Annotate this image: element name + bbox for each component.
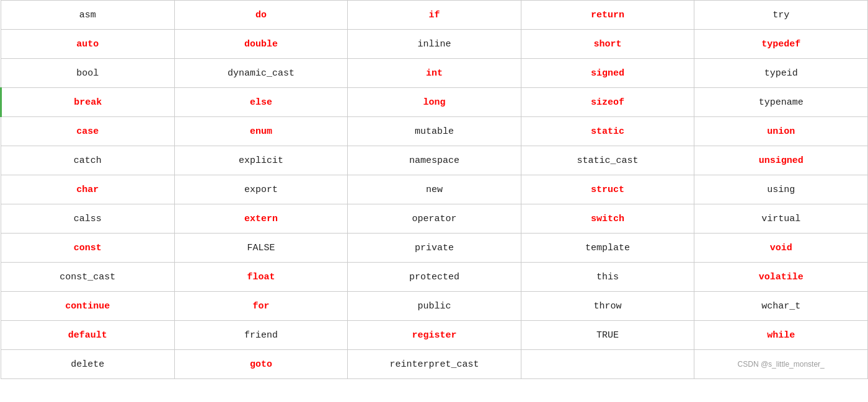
table-cell: auto — [1, 30, 175, 59]
table-row: booldynamic_castintsignedtypeid — [1, 59, 868, 88]
table-cell: struct — [521, 175, 694, 204]
table-cell — [521, 350, 694, 379]
table-row: autodoubleinlineshorttypedef — [1, 30, 868, 59]
table-cell: case — [1, 117, 175, 146]
table-row: calssexternoperatorswitchvirtual — [1, 204, 868, 234]
table-cell: signed — [521, 59, 694, 88]
table-cell: operator — [348, 204, 521, 234]
table-cell: long — [348, 88, 521, 117]
table-cell: const_cast — [1, 263, 175, 292]
table-cell: friend — [174, 321, 348, 350]
table-cell: protected — [348, 263, 521, 292]
table-cell: try — [694, 1, 868, 30]
table-cell: while — [694, 321, 868, 350]
table-cell: namespace — [348, 146, 521, 175]
table-row: continueforpublicthrowwchar_t — [1, 292, 868, 321]
table-cell: dynamic_cast — [174, 59, 348, 88]
table-cell: throw — [521, 292, 694, 321]
table-cell: return — [521, 1, 694, 30]
table-cell: public — [348, 292, 521, 321]
table-cell: extern — [174, 204, 348, 234]
table-cell: short — [521, 30, 694, 59]
table-cell: const — [1, 234, 175, 263]
table-cell: asm — [1, 1, 175, 30]
table-cell: union — [694, 117, 868, 146]
table-row: const_castfloatprotectedthisvolatile — [1, 263, 868, 292]
table-cell: switch — [521, 204, 694, 234]
table-cell: break — [1, 88, 175, 117]
table-cell: wchar_t — [694, 292, 868, 321]
table-cell: unsigned — [694, 146, 868, 175]
table-row: caseenummutablestaticunion — [1, 117, 868, 146]
table-cell: mutable — [348, 117, 521, 146]
table-cell: bool — [1, 59, 175, 88]
table-cell: register — [348, 321, 521, 350]
table-cell: if — [348, 1, 521, 30]
table-cell: sizeof — [521, 88, 694, 117]
table-cell: template — [521, 234, 694, 263]
table-cell: float — [174, 263, 348, 292]
table-cell: volatile — [694, 263, 868, 292]
table-cell: catch — [1, 146, 175, 175]
table-cell: int — [348, 59, 521, 88]
table-cell: calss — [1, 204, 175, 234]
table-cell: typename — [694, 88, 868, 117]
table-cell: goto — [174, 350, 348, 379]
table-cell: do — [174, 1, 348, 30]
table-cell: for — [174, 292, 348, 321]
table-row: constFALSEprivatetemplatevoid — [1, 234, 868, 263]
table-cell: export — [174, 175, 348, 204]
table-cell: inline — [348, 30, 521, 59]
table-cell: private — [348, 234, 521, 263]
table-row: defaultfriendregisterTRUEwhile — [1, 321, 868, 350]
table-row: asmdoifreturntry — [1, 1, 868, 30]
table-cell: typeid — [694, 59, 868, 88]
table-cell: TRUE — [521, 321, 694, 350]
table-row: catchexplicitnamespacestatic_castunsigne… — [1, 146, 868, 175]
table-cell: char — [1, 175, 175, 204]
table-cell: else — [174, 88, 348, 117]
keywords-table: asmdoifreturntryautodoubleinlineshorttyp… — [0, 0, 868, 379]
table-cell: reinterpret_cast — [348, 350, 521, 379]
table-cell: this — [521, 263, 694, 292]
table-cell: CSDN @s_little_monster_ — [694, 350, 868, 379]
table-cell: explicit — [174, 146, 348, 175]
table-row: charexportnewstructusing — [1, 175, 868, 204]
table-row: breakelselongsizeoftypename — [1, 88, 868, 117]
keyword-table-container: asmdoifreturntryautodoubleinlineshorttyp… — [0, 0, 868, 379]
table-cell: default — [1, 321, 175, 350]
table-row: deletegotoreinterpret_castCSDN @s_little… — [1, 350, 868, 379]
table-cell: virtual — [694, 204, 868, 234]
table-cell: enum — [174, 117, 348, 146]
table-cell: static — [521, 117, 694, 146]
table-cell: delete — [1, 350, 175, 379]
table-cell: FALSE — [174, 234, 348, 263]
table-cell: typedef — [694, 30, 868, 59]
table-cell: new — [348, 175, 521, 204]
table-cell: continue — [1, 292, 175, 321]
table-cell: static_cast — [521, 146, 694, 175]
table-cell: using — [694, 175, 868, 204]
table-cell: double — [174, 30, 348, 59]
table-cell: void — [694, 234, 868, 263]
